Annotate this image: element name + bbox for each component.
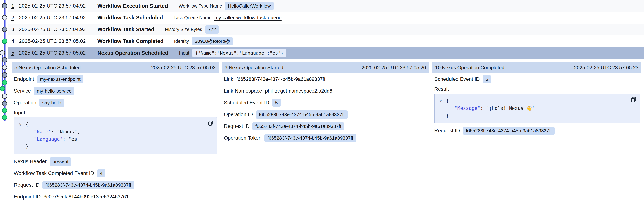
json-key: "Language" xyxy=(34,136,63,142)
field-value-badge: f665283f-743e-4374-b45b-9a61a89337ff xyxy=(252,122,344,130)
field-endpoint: Endpoint my-nexus-endpoint xyxy=(14,73,217,85)
event-timestamp: 2025-02-25 UTC 23:57:05.02 xyxy=(19,50,98,56)
event-row-2[interactable]: 2 2025-02-25 UTC 23:57:04.92 Workflow Ta… xyxy=(8,12,644,24)
event-name: Workflow Execution Started xyxy=(98,3,168,9)
event-row-3[interactable]: 3 2025-02-25 UTC 23:57:04.93 Workflow Ta… xyxy=(8,24,644,35)
json-close-brace: } xyxy=(26,144,28,149)
field-value-badge: present xyxy=(50,157,71,166)
json-open-brace: { xyxy=(446,98,449,104)
field-label: Request ID xyxy=(224,123,250,129)
field-link: Link f665283f-743e-4374-b45b-9a61a89337f… xyxy=(224,73,428,85)
copy-icon[interactable] xyxy=(208,120,214,128)
json-value: : "es" xyxy=(63,136,80,142)
panel-header: 10 Nexus Operation Completed 2025-02-25 … xyxy=(432,62,642,73)
panel-title: 5 Nexus Operation Scheduled xyxy=(14,65,80,71)
collapse-chevron-icon[interactable]: ∨ xyxy=(440,97,446,105)
field-label: Endpoint xyxy=(14,76,34,82)
panel-nexus-operation-completed: 10 Nexus Operation Completed 2025-02-25 … xyxy=(432,61,644,201)
event-name: Nexus Operation Scheduled xyxy=(98,50,168,56)
panel-title: 6 Nexus Operation Started xyxy=(224,65,283,71)
field-label: Operation Token xyxy=(224,135,262,141)
task-queue-link[interactable]: my-caller-workflow-task-queue xyxy=(214,15,282,21)
link-namespace-link[interactable]: phil-target-namespace2.a2dd6 xyxy=(265,88,332,94)
event-detail-panels: 5 Nexus Operation Scheduled 2025-02-25 U… xyxy=(11,61,644,201)
event-timestamp: 2025-02-25 UTC 23:57:04.93 xyxy=(19,27,98,32)
event-attr-label: Workflow Type Name xyxy=(179,3,222,9)
event-row-5-selected[interactable]: 5 2025-02-25 UTC 23:57:05.02 Nexus Opera… xyxy=(8,47,644,59)
panel-timestamp: 2025-02-25 UTC 23:57:05.02 xyxy=(151,65,216,71)
field-label: Operation xyxy=(14,100,36,106)
panel-timestamp: 2025-02-25 UTC 23:57:05.23 xyxy=(574,65,638,71)
event-timestamp: 2025-02-25 UTC 23:57:04.92 xyxy=(19,3,98,9)
field-operation: Operation say-hello xyxy=(14,97,217,109)
event-name: Workflow Task Started xyxy=(98,27,154,33)
event-id-link[interactable]: 3 xyxy=(12,27,19,32)
input-section-label: Input xyxy=(14,109,217,117)
field-label: Request ID xyxy=(434,128,460,134)
event-name: Workflow Task Scheduled xyxy=(98,15,163,21)
event-name: Workflow Task Completed xyxy=(98,38,164,44)
event-attr-label: Identity xyxy=(174,39,189,44)
field-nexus-header: Nexus Header present xyxy=(14,156,217,167)
json-close-brace: } xyxy=(446,113,449,118)
json-key: "Message" xyxy=(454,105,480,111)
field-workflow-task-completed-event-id: Workflow Task Completed Event ID 4 xyxy=(14,167,217,179)
result-section-label: Result xyxy=(434,85,640,93)
field-value-badge: say-hello xyxy=(39,99,64,107)
field-operation-id: Operation ID f665283f-743e-4374-b45b-9a6… xyxy=(224,109,428,120)
field-scheduled-event-id: Scheduled Event ID 5 xyxy=(224,97,428,109)
field-scheduled-event-id: Scheduled Event ID 5 xyxy=(434,73,640,85)
panel-nexus-operation-started: 6 Nexus Operation Started 2025-02-25 UTC… xyxy=(221,61,432,201)
field-label: Request ID xyxy=(14,182,40,188)
event-id-link[interactable]: 2 xyxy=(12,15,19,21)
field-endpoint-id: Endpoint ID 3c0c75ccfa8144b092c13ce63246… xyxy=(14,191,217,201)
field-label: Service xyxy=(14,88,31,94)
field-label: Link Namespace xyxy=(224,88,262,94)
event-list: 1 2025-02-25 UTC 23:57:04.92 Workflow Ex… xyxy=(8,0,644,59)
event-timestamp: 2025-02-25 UTC 23:57:04.92 xyxy=(19,15,98,21)
json-key: "Name" xyxy=(34,129,51,134)
panel-timestamp: 2025-02-25 UTC 23:57:05.20 xyxy=(362,65,426,71)
field-value-badge: my-nexus-endpoint xyxy=(37,75,84,83)
field-value-badge: 5 xyxy=(272,99,281,107)
field-service: Service my-hello-service xyxy=(14,85,217,97)
result-json-viewer: ∨{ "Message": "¡Hola! Nexus 👋" } xyxy=(434,94,640,123)
field-label: Link xyxy=(224,76,233,82)
field-value-badge: 5 xyxy=(483,75,491,83)
event-id-link[interactable]: 5 xyxy=(12,50,19,56)
field-label: Workflow Task Completed Event ID xyxy=(14,170,94,176)
link-value-link[interactable]: f665283f-743e-4374-b45b-9a61a89337ff xyxy=(236,76,325,82)
field-label: Scheduled Event ID xyxy=(434,76,480,82)
field-label: Scheduled Event ID xyxy=(224,100,269,106)
field-link-namespace: Link Namespace phil-target-namespace2.a2… xyxy=(224,85,428,97)
field-request-id: Request ID f665283f-743e-4374-b45b-9a61a… xyxy=(14,179,217,191)
json-open-brace: { xyxy=(26,122,28,127)
event-attr-value-badge: 30960@totoro@ xyxy=(192,37,233,45)
event-id-link[interactable]: 4 xyxy=(12,38,19,44)
event-attr-label: Input xyxy=(179,50,189,56)
event-id-link[interactable]: 1 xyxy=(12,3,19,9)
collapse-chevron-icon[interactable]: ∨ xyxy=(19,121,26,128)
event-row-4[interactable]: 4 2025-02-25 UTC 23:57:05.02 Workflow Ta… xyxy=(8,35,644,47)
field-request-id: Request ID f665283f-743e-4374-b45b-9a61a… xyxy=(434,125,640,136)
json-value: : "Nexus", xyxy=(51,129,80,134)
json-value: : "¡Hola! Nexus 👋" xyxy=(480,105,535,111)
event-attr-value-badge: 772 xyxy=(205,25,219,34)
field-operation-token: Operation Token f665283f-743e-4374-b45b-… xyxy=(224,132,428,144)
panel-title: 10 Nexus Operation Completed xyxy=(435,65,504,71)
event-timeline xyxy=(0,0,8,201)
workflow-history-view: 1 2025-02-25 UTC 23:57:04.92 Workflow Ex… xyxy=(0,0,644,201)
copy-icon[interactable] xyxy=(630,96,637,105)
field-value-badge: f665283f-743e-4374-b45b-9a61a89337ff xyxy=(264,134,356,142)
event-timestamp: 2025-02-25 UTC 23:57:05.02 xyxy=(19,38,98,44)
field-value-badge: f665283f-743e-4374-b45b-9a61a89337ff xyxy=(256,110,348,119)
endpoint-id-link[interactable]: 3c0c75ccfa8144b092c13ce632463761 xyxy=(44,194,128,200)
field-label: Nexus Header xyxy=(14,158,46,164)
event-input-json-badge: {"Name":"Nexus","Language":"es"} xyxy=(192,49,286,57)
field-label: Endpoint ID xyxy=(14,194,40,200)
panel-header: 6 Nexus Operation Started 2025-02-25 UTC… xyxy=(222,62,429,73)
event-row-1[interactable]: 1 2025-02-25 UTC 23:57:04.92 Workflow Ex… xyxy=(8,0,644,12)
event-attr-label: Task Queue Name xyxy=(174,15,212,20)
panel-nexus-operation-scheduled: 5 Nexus Operation Scheduled 2025-02-25 U… xyxy=(11,61,221,201)
input-json-viewer: ∨{ "Name": "Nexus", "Language": "es" } xyxy=(14,117,217,154)
